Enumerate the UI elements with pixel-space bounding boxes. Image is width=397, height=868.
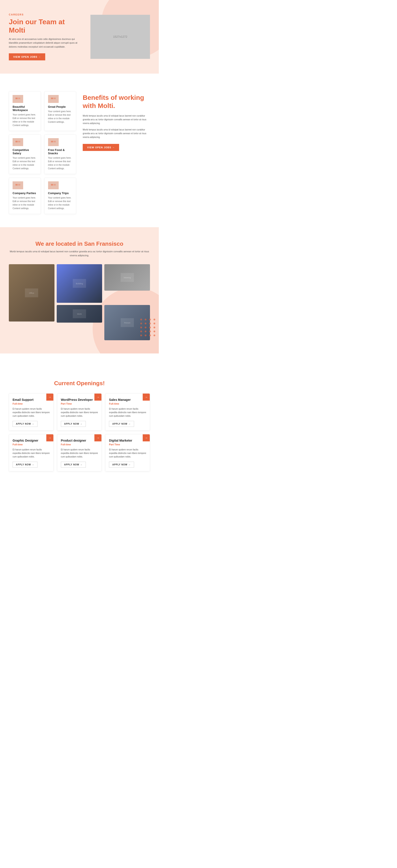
job-title-5: Digital Marketer — [109, 439, 146, 442]
job-card-arrow-5: → — [143, 434, 150, 441]
svg-text:Work: Work — [77, 313, 82, 315]
benefit-title-1: Great People — [48, 105, 73, 108]
job-title-1: WordPress Developer — [61, 398, 98, 402]
svg-rect-5 — [54, 98, 56, 99]
benefit-title-2: Competitive Salary — [12, 148, 37, 155]
apply-button-1[interactable]: APPLY NOW → — [61, 421, 86, 427]
svg-point-38 — [149, 327, 151, 328]
svg-rect-11 — [54, 141, 56, 142]
apply-button-4[interactable]: APPLY NOW → — [61, 462, 86, 468]
openings-section: Current Openings! → Email Support Full-t… — [0, 367, 159, 485]
svg-point-33 — [145, 322, 146, 324]
svg-rect-1 — [16, 98, 18, 99]
svg-text:Person: Person — [124, 322, 130, 324]
apply-button-5[interactable]: APPLY NOW → — [109, 462, 134, 468]
job-desc-3: Et harum quidem rerum facilis expedita d… — [12, 448, 50, 459]
job-title-3: Graphic Designer — [12, 439, 50, 442]
benefit-thumb-3 — [48, 138, 59, 146]
hero-label: CAREERS — [9, 13, 79, 16]
location-section: We are located in San Fransisco Morbi te… — [0, 227, 159, 353]
job-title-0: Email Support — [12, 398, 50, 402]
svg-text:Building: Building — [76, 282, 83, 285]
svg-point-45 — [145, 335, 146, 336]
job-type-5: Part Time — [109, 443, 146, 446]
svg-point-34 — [149, 322, 151, 324]
svg-text:Office: Office — [29, 292, 34, 294]
benefit-card: Company Parties Your content goes here. … — [9, 178, 41, 214]
svg-point-29 — [145, 319, 146, 320]
svg-rect-10 — [51, 141, 53, 142]
openings-title: Current Openings! — [9, 380, 150, 387]
location-title-plain: We are located in — [35, 240, 84, 247]
svg-rect-13 — [16, 184, 18, 186]
svg-rect-4 — [51, 98, 53, 99]
location-photo-4: Work — [57, 305, 102, 322]
benefit-desc-4: Your content goes here. Edit or remove t… — [12, 196, 37, 210]
spacer-2 — [0, 353, 159, 367]
svg-rect-8 — [18, 141, 20, 142]
job-card-arrow-2: → — [143, 394, 150, 401]
svg-point-31 — [153, 319, 155, 320]
location-photo-2: Building — [57, 264, 102, 303]
benefits-cta-button[interactable]: VIEW OPEN JOBS → — [83, 144, 119, 151]
svg-point-43 — [153, 331, 155, 332]
hero-cta-button[interactable]: VIEW OPEN JOBS → — [9, 53, 45, 60]
job-card-arrow-1: → — [94, 394, 102, 401]
benefit-thumb-0 — [12, 95, 23, 103]
job-type-3: Full-time — [12, 443, 50, 446]
svg-rect-7 — [16, 141, 18, 142]
svg-rect-16 — [51, 184, 53, 186]
benefit-card: Great People Your content goes here. Edi… — [44, 91, 76, 131]
openings-title-highlight: Openings! — [76, 380, 105, 386]
benefit-card: Beautiful Workspace Your content goes he… — [9, 91, 41, 131]
svg-point-28 — [140, 319, 142, 320]
hero-description: At vero eos et accusamus iusto odio dign… — [9, 37, 79, 49]
job-type-4: Full-time — [61, 443, 98, 446]
job-card: → Email Support Full-time Et harum quide… — [9, 393, 54, 431]
benefit-desc-2: Your content goes here. Edit or remove t… — [12, 156, 37, 170]
job-card: → WordPress Developer Part Time Et harum… — [57, 393, 102, 431]
job-card-arrow-4: → — [94, 434, 102, 441]
svg-point-44 — [140, 335, 142, 336]
apply-button-2[interactable]: APPLY NOW → — [109, 421, 134, 427]
svg-rect-17 — [54, 184, 56, 186]
benefits-body-1: Morbi tempus iaculis urna id volutpat la… — [83, 114, 150, 125]
job-card: → Sales Manager Full-time Et harum quide… — [105, 393, 150, 431]
svg-text:Meeting: Meeting — [124, 277, 131, 279]
apply-button-0[interactable]: APPLY NOW → — [12, 421, 37, 427]
job-card: → Product designer Full-time Et harum qu… — [57, 434, 102, 471]
benefit-thumb-5 — [48, 181, 59, 189]
benefit-title-0: Beautiful Workspace — [12, 105, 37, 112]
benefit-thumb-4 — [12, 181, 23, 189]
benefit-card: Competitive Salary Your content goes her… — [9, 134, 41, 174]
svg-point-30 — [149, 319, 151, 320]
benefits-heading: Benefits of workingwith Molti. — [83, 93, 150, 110]
benefit-title-4: Company Parties — [12, 191, 37, 195]
svg-rect-2 — [18, 98, 20, 99]
benefit-desc-5: Your content goes here. Edit or remove t… — [48, 196, 73, 210]
benefits-section: Beautiful Workspace Your content goes he… — [0, 87, 159, 227]
location-description: Morbi tempus iaculis urna id volutpat la… — [9, 249, 150, 257]
location-photo-3: Meeting — [104, 264, 150, 291]
job-desc-0: Et harum quidem rerum facilis expedita d… — [12, 407, 50, 418]
job-card-arrow-0: → — [46, 394, 53, 401]
job-card-arrow-3: → — [46, 434, 53, 441]
svg-point-32 — [140, 322, 142, 324]
benefit-card: Free Food & Snacks Your content goes her… — [44, 134, 76, 174]
svg-point-37 — [145, 327, 146, 328]
benefits-text: Benefits of workingwith Molti. Morbi tem… — [83, 91, 150, 151]
job-type-2: Full-time — [109, 402, 146, 405]
location-grid: Office Building Meeting Work Person — [9, 264, 150, 340]
job-title-2: Sales Manager — [109, 398, 146, 402]
location-title-highlight: San Fransisco — [84, 240, 123, 247]
benefit-title-3: Free Food & Snacks — [48, 148, 73, 155]
benefits-heading-highlight: Benefits — [83, 94, 109, 101]
svg-point-35 — [153, 322, 155, 324]
benefit-card: Company Trips Your content goes here. Ed… — [44, 178, 76, 214]
svg-point-42 — [149, 331, 151, 332]
apply-button-3[interactable]: APPLY NOW → — [12, 462, 37, 468]
hero-title-plain: Join our Team at — [9, 18, 65, 26]
hero-title-highlight: Molti — [9, 26, 25, 34]
hero-content: CAREERS Join our Team at Molti At vero e… — [9, 13, 79, 60]
job-desc-5: Et harum quidem rerum facilis expedita d… — [109, 448, 146, 459]
